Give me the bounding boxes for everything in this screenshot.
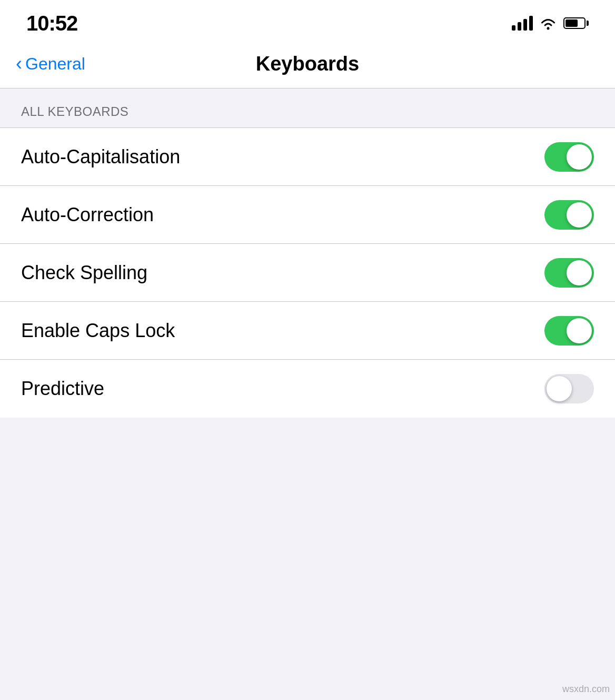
section-header-text: ALL KEYBOARDS [21, 104, 128, 119]
battery-fill [566, 19, 578, 27]
toggle-knob-auto-correction [567, 202, 592, 228]
signal-bar-1 [512, 25, 515, 31]
toggle-auto-correction[interactable] [544, 200, 594, 230]
status-time: 10:52 [26, 12, 77, 35]
settings-row-enable-caps-lock: Enable Caps Lock [0, 302, 615, 360]
settings-label-enable-caps-lock: Enable Caps Lock [21, 320, 175, 342]
toggle-knob-predictive [547, 376, 572, 401]
settings-label-predictive: Predictive [21, 378, 104, 400]
settings-label-auto-capitalisation: Auto-Capitalisation [21, 146, 180, 168]
battery-body [563, 17, 586, 29]
back-button[interactable]: ‹ General [16, 54, 85, 74]
toggle-knob-auto-capitalisation [567, 144, 592, 170]
status-icons [512, 16, 589, 31]
settings-label-check-spelling: Check Spelling [21, 262, 147, 284]
svg-point-0 [547, 27, 550, 30]
settings-row-auto-capitalisation: Auto-Capitalisation [0, 128, 615, 186]
signal-bar-2 [518, 22, 521, 31]
section-header: ALL KEYBOARDS [0, 88, 615, 127]
nav-bar: ‹ General Keyboards [0, 42, 615, 88]
wifi-icon [539, 16, 557, 30]
watermark: wsxdn.com [562, 684, 610, 695]
signal-bars-icon [512, 16, 533, 31]
toggle-knob-enable-caps-lock [567, 318, 592, 343]
back-label: General [25, 54, 85, 74]
status-bar: 10:52 [0, 0, 615, 42]
signal-bar-4 [529, 16, 533, 31]
battery-icon [563, 17, 589, 29]
settings-label-auto-correction: Auto-Correction [21, 204, 154, 226]
back-chevron-icon: ‹ [16, 54, 22, 73]
settings-row-predictive: Predictive [0, 360, 615, 418]
settings-row-auto-correction: Auto-Correction [0, 186, 615, 244]
settings-row-check-spelling: Check Spelling [0, 244, 615, 302]
settings-list: Auto-CapitalisationAuto-CorrectionCheck … [0, 127, 615, 418]
toggle-auto-capitalisation[interactable] [544, 142, 594, 172]
signal-bar-3 [523, 19, 527, 31]
toggle-check-spelling[interactable] [544, 258, 594, 288]
toggle-knob-check-spelling [567, 260, 592, 285]
page-title: Keyboards [256, 53, 359, 75]
battery-tip [587, 21, 589, 26]
toggle-enable-caps-lock[interactable] [544, 316, 594, 346]
toggle-predictive[interactable] [544, 374, 594, 403]
